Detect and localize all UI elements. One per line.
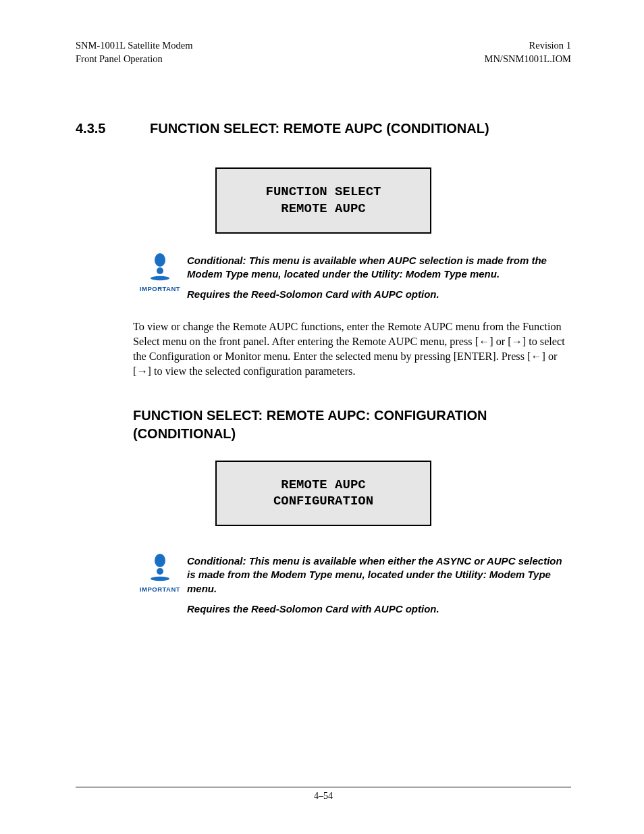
important-label: IMPORTANT — [133, 285, 187, 292]
section-title: FUNCTION SELECT: REMOTE AUPC (CONDITIONA… — [150, 121, 571, 136]
section-heading: 4.3.5 FUNCTION SELECT: REMOTE AUPC (COND… — [76, 121, 571, 136]
svg-point-1 — [157, 267, 163, 274]
svg-point-5 — [151, 577, 169, 581]
important-icon-cell: IMPORTANT — [133, 553, 187, 616]
page-footer: 4–54 — [76, 787, 571, 802]
body-paragraph: To view or change the Remote AUPC functi… — [133, 320, 571, 379]
document-page: SNM-1001L Satellite Modem Front Panel Op… — [0, 0, 644, 834]
page-header: SNM-1001L Satellite Modem Front Panel Op… — [76, 39, 571, 66]
important-note: IMPORTANT Conditional: This menu is avai… — [133, 553, 571, 616]
header-right-line2: MN/SNM1001L.IOM — [485, 53, 572, 66]
important-icon-cell: IMPORTANT — [133, 253, 187, 302]
svg-point-0 — [155, 253, 165, 267]
important-text: Conditional: This menu is available when… — [187, 553, 571, 616]
lcd-display-remote-aupc-config: REMOTE AUPC CONFIGURATION — [215, 461, 431, 526]
lcd-line1: REMOTE AUPC — [223, 477, 423, 494]
svg-point-3 — [155, 554, 165, 567]
header-right-line1: Revision 1 — [485, 39, 572, 53]
header-left-line2: Front Panel Operation — [76, 53, 192, 66]
important-icon — [148, 553, 172, 581]
svg-point-2 — [151, 276, 169, 280]
important-text-p2: Requires the Reed-Solomon Card with AUPC… — [187, 288, 571, 301]
lcd-line2: CONFIGURATION — [223, 493, 423, 510]
content-area: SNM-1001L Satellite Modem Front Panel Op… — [76, 39, 571, 793]
important-text-p2: Requires the Reed-Solomon Card with AUPC… — [187, 602, 571, 616]
lcd-line1: FUNCTION SELECT — [223, 184, 423, 201]
important-text-p1: Conditional: This menu is available when… — [187, 554, 571, 596]
lcd-display-function-select: FUNCTION SELECT REMOTE AUPC — [215, 167, 431, 233]
important-text: Conditional: This menu is available when… — [187, 253, 571, 302]
header-right: Revision 1 MN/SNM1001L.IOM — [485, 39, 572, 66]
section-number: 4.3.5 — [76, 121, 150, 136]
important-note: IMPORTANT Conditional: This menu is avai… — [133, 253, 571, 302]
page-number: 4–54 — [314, 791, 333, 801]
important-icon — [148, 253, 172, 281]
header-left: SNM-1001L Satellite Modem Front Panel Op… — [76, 39, 192, 66]
important-label: IMPORTANT — [133, 585, 187, 593]
important-text-p1: Conditional: This menu is available when… — [187, 254, 571, 282]
header-left-line1: SNM-1001L Satellite Modem — [76, 39, 192, 53]
svg-point-4 — [157, 568, 163, 575]
sub-heading: FUNCTION SELECT: REMOTE AUPC: CONFIGURAT… — [133, 407, 571, 443]
lcd-line2: REMOTE AUPC — [223, 201, 423, 217]
